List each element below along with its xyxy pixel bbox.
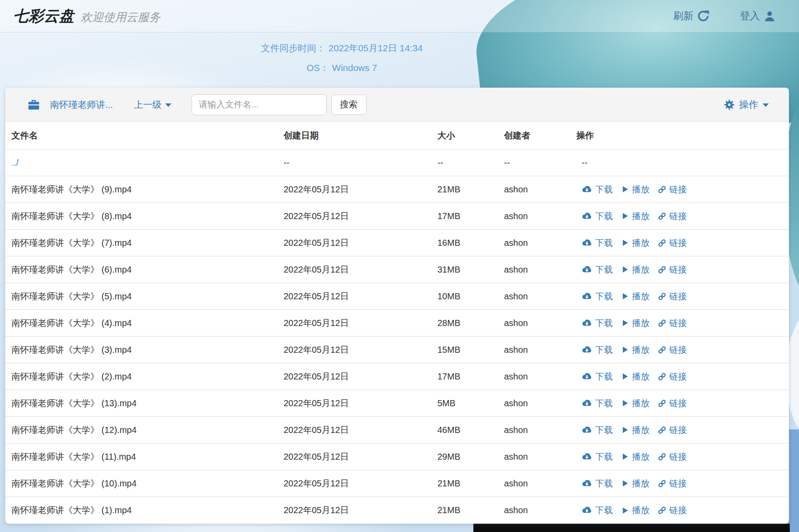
- search-input[interactable]: [192, 94, 327, 115]
- up-level-dropdown[interactable]: 上一级: [134, 99, 171, 111]
- link-link[interactable]: 链接: [658, 291, 687, 302]
- play-link[interactable]: 播放: [621, 291, 650, 302]
- brand-subtitle: 欢迎使用云服务: [81, 10, 160, 25]
- download-label: 下载: [595, 291, 613, 302]
- file-row: 南怀瑾老师讲《大学》 (5).mp4 2022年05月12日 10MB asho…: [5, 283, 789, 310]
- download-link[interactable]: 下载: [582, 424, 613, 436]
- download-link[interactable]: 下载: [582, 291, 613, 302]
- download-label: 下载: [595, 344, 613, 356]
- download-label: 下载: [595, 424, 613, 436]
- link-link[interactable]: 链接: [658, 504, 687, 516]
- link-link[interactable]: 链接: [658, 371, 687, 383]
- play-label: 播放: [632, 317, 650, 329]
- play-link[interactable]: 播放: [621, 478, 650, 489]
- link-label: 链接: [669, 504, 687, 516]
- link-link[interactable]: 链接: [658, 184, 687, 195]
- play-link[interactable]: 播放: [621, 504, 650, 516]
- brand: 七彩云盘 欢迎使用云服务: [13, 6, 160, 26]
- current-folder-link[interactable]: 南怀瑾老师讲...: [50, 99, 113, 111]
- file-actions: 下载 播放 链: [576, 504, 789, 516]
- gear-icon: [724, 99, 735, 110]
- cloud-download-icon: [582, 480, 592, 487]
- parent-dir-date: --: [284, 158, 437, 168]
- refresh-icon: [697, 10, 709, 22]
- download-link[interactable]: 下载: [582, 451, 613, 463]
- link-link[interactable]: 链接: [658, 344, 687, 356]
- file-actions: 下载 播放 链: [576, 424, 789, 436]
- file-date: 2022年05月12日: [284, 504, 437, 516]
- link-label: 链接: [669, 291, 687, 302]
- login-button[interactable]: 登入: [740, 9, 775, 23]
- download-link[interactable]: 下载: [582, 371, 613, 383]
- play-label: 播放: [632, 504, 650, 516]
- download-link[interactable]: 下载: [582, 184, 613, 195]
- link-link[interactable]: 链接: [658, 478, 687, 489]
- download-link[interactable]: 下载: [582, 237, 613, 249]
- link-link[interactable]: 链接: [658, 317, 687, 329]
- file-actions: 下载 播放 链: [576, 451, 789, 463]
- parent-dir-actions: --: [576, 158, 789, 168]
- download-link[interactable]: 下载: [582, 344, 613, 356]
- file-date: 2022年05月12日: [284, 371, 437, 383]
- file-actions: 下载 播放 链: [576, 317, 789, 329]
- file-creator: ashon: [504, 398, 576, 408]
- file-row: 南怀瑾老师讲《大学》 (1).mp4 2022年05月12日 21MB asho…: [5, 497, 789, 524]
- play-icon: [621, 507, 629, 514]
- play-icon: [621, 346, 629, 354]
- play-label: 播放: [632, 291, 650, 302]
- play-link[interactable]: 播放: [621, 210, 650, 222]
- link-icon: [658, 185, 666, 194]
- file-name: 南怀瑾老师讲《大学》 (13).mp4: [11, 397, 284, 409]
- search-button[interactable]: 搜索: [331, 95, 366, 115]
- link-link[interactable]: 链接: [658, 210, 687, 222]
- download-link[interactable]: 下载: [582, 317, 613, 329]
- caret-down-icon: [165, 103, 171, 107]
- file-creator: ashon: [504, 505, 576, 515]
- link-label: 链接: [669, 184, 687, 195]
- download-link[interactable]: 下载: [582, 478, 613, 489]
- actions-dropdown[interactable]: 操作: [724, 98, 769, 111]
- download-link[interactable]: 下载: [582, 397, 613, 409]
- file-size: 29MB: [437, 452, 504, 462]
- cloud-download-icon: [582, 346, 592, 354]
- play-link[interactable]: 播放: [621, 184, 650, 195]
- play-link[interactable]: 播放: [621, 264, 650, 276]
- cloud-download-icon: [582, 373, 592, 380]
- refresh-button[interactable]: 刷新: [673, 9, 709, 23]
- link-link[interactable]: 链接: [658, 237, 687, 249]
- play-link[interactable]: 播放: [621, 371, 650, 383]
- play-link[interactable]: 播放: [621, 344, 650, 356]
- header-links: 刷新 登入: [673, 9, 775, 23]
- file-actions: 下载 播放 链: [576, 237, 789, 249]
- play-link[interactable]: 播放: [621, 317, 650, 329]
- file-date: 2022年05月12日: [284, 344, 437, 356]
- download-link[interactable]: 下载: [582, 504, 613, 516]
- cloud-download-icon: [582, 507, 592, 514]
- play-link[interactable]: 播放: [621, 424, 650, 436]
- file-date: 2022年05月12日: [284, 424, 437, 436]
- link-link[interactable]: 链接: [658, 397, 687, 409]
- file-name: 南怀瑾老师讲《大学》 (1).mp4: [11, 504, 284, 516]
- column-header-size: 大小: [437, 130, 504, 142]
- link-link[interactable]: 链接: [658, 424, 687, 436]
- download-link[interactable]: 下载: [582, 210, 613, 222]
- file-size: 17MB: [437, 211, 504, 221]
- play-icon: [621, 185, 629, 193]
- link-link[interactable]: 链接: [658, 264, 687, 276]
- link-link[interactable]: 链接: [658, 451, 687, 463]
- link-label: 链接: [669, 451, 687, 463]
- play-link[interactable]: 播放: [621, 451, 650, 463]
- os-value: Windows 7: [332, 63, 377, 73]
- download-label: 下载: [595, 184, 613, 195]
- link-icon: [658, 399, 666, 408]
- sync-time-value: 2022年05月12日 14:34: [329, 43, 423, 53]
- play-icon: [621, 372, 629, 380]
- download-link[interactable]: 下载: [582, 264, 613, 276]
- parent-dir-link[interactable]: ../: [11, 158, 19, 167]
- play-link[interactable]: 播放: [621, 397, 650, 409]
- file-row: 南怀瑾老师讲《大学》 (13).mp4 2022年05月12日 5MB asho…: [5, 390, 789, 417]
- file-date: 2022年05月12日: [284, 317, 437, 329]
- file-date: 2022年05月12日: [284, 291, 437, 302]
- file-name: 南怀瑾老师讲《大学》 (11).mp4: [11, 451, 284, 463]
- play-link[interactable]: 播放: [621, 237, 650, 249]
